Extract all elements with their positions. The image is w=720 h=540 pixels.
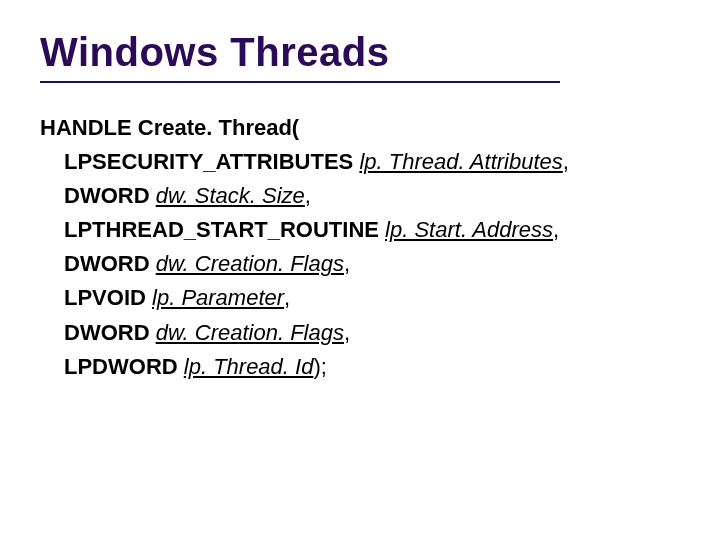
- code-block: HANDLE Create. Thread( LPSECURITY_ATTRIB…: [40, 111, 680, 384]
- param-trail: ,: [305, 183, 311, 208]
- param-name: dw. Creation. Flags: [156, 251, 344, 276]
- param-trail: ,: [284, 285, 290, 310]
- param-trail: );: [313, 354, 326, 379]
- param-type: LPDWORD: [64, 354, 178, 379]
- code-line-param: LPTHREAD_START_ROUTINE lp. Start. Addres…: [40, 213, 680, 247]
- return-type: HANDLE: [40, 115, 132, 140]
- function-name: Create. Thread(: [138, 115, 299, 140]
- code-line-param: DWORD dw. Creation. Flags,: [40, 247, 680, 281]
- code-line-param: LPVOID lp. Parameter,: [40, 281, 680, 315]
- param-type: DWORD: [64, 251, 150, 276]
- param-type: LPTHREAD_START_ROUTINE: [64, 217, 379, 242]
- param-name: lp. Start. Address: [385, 217, 553, 242]
- param-name: dw. Stack. Size: [156, 183, 305, 208]
- param-type: DWORD: [64, 320, 150, 345]
- param-type: LPSECURITY_ATTRIBUTES: [64, 149, 353, 174]
- param-name: lp. Parameter: [152, 285, 284, 310]
- code-line-param: LPDWORD lp. Thread. Id);: [40, 350, 680, 384]
- param-trail: ,: [563, 149, 569, 174]
- param-trail: ,: [344, 251, 350, 276]
- title-underline: [40, 81, 560, 83]
- param-type: DWORD: [64, 183, 150, 208]
- code-line-param: DWORD dw. Creation. Flags,: [40, 316, 680, 350]
- slide: Windows Threads HANDLE Create. Thread( L…: [0, 0, 720, 540]
- param-name: lp. Thread. Id: [184, 354, 314, 379]
- param-trail: ,: [344, 320, 350, 345]
- param-type: LPVOID: [64, 285, 146, 310]
- code-line-param: LPSECURITY_ATTRIBUTES lp. Thread. Attrib…: [40, 145, 680, 179]
- code-line-declaration: HANDLE Create. Thread(: [40, 111, 680, 145]
- slide-title: Windows Threads: [40, 30, 680, 75]
- param-name: dw. Creation. Flags: [156, 320, 344, 345]
- param-name: lp. Thread. Attributes: [359, 149, 562, 174]
- param-trail: ,: [553, 217, 559, 242]
- code-line-param: DWORD dw. Stack. Size,: [40, 179, 680, 213]
